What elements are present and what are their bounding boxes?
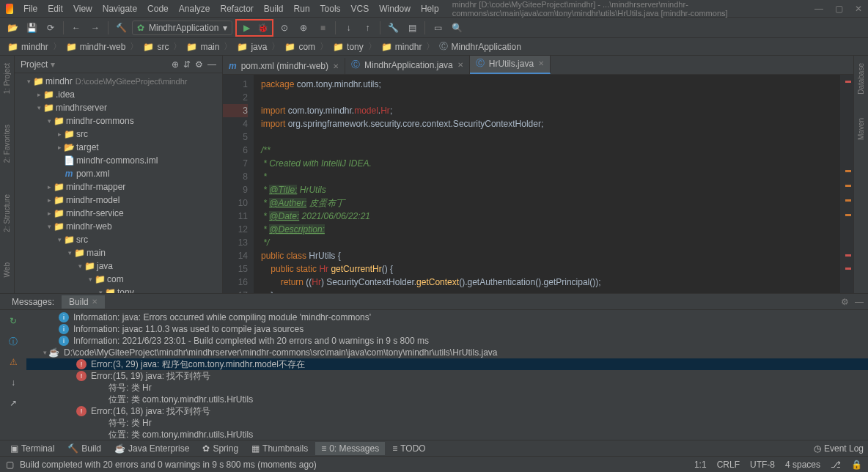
info-filter-icon[interactable]: ⓘ bbox=[5, 333, 21, 350]
breadcrumb-item[interactable]: 📁main bbox=[183, 40, 222, 54]
menu-code[interactable]: Code bbox=[143, 2, 173, 15]
bottom-tool-tab[interactable]: ▣Terminal bbox=[4, 442, 60, 455]
structure-icon[interactable]: ▤ bbox=[404, 20, 420, 36]
message-item[interactable]: !Error:(16, 18) java: 找不到符号 bbox=[26, 405, 868, 417]
warning-mark[interactable] bbox=[845, 199, 851, 202]
locate-icon[interactable]: ⊕ bbox=[172, 59, 179, 70]
tool-tab[interactable]: 2: Favorites bbox=[3, 120, 11, 167]
code-editor[interactable]: 12345678910111213141516171819 package co… bbox=[223, 75, 853, 293]
bottom-tool-tab[interactable]: 🔨Build bbox=[62, 442, 107, 455]
bottom-tool-tab[interactable]: ≡TODO bbox=[386, 442, 431, 455]
line-ending[interactable]: CRLF bbox=[717, 460, 740, 470]
tool-tab[interactable]: Maven bbox=[857, 114, 865, 144]
bottom-tool-tab[interactable]: ▦Thumbnails bbox=[246, 442, 314, 455]
message-item[interactable]: 位置: 类 com.tony.mindhr.utils.HrUtils bbox=[26, 429, 868, 440]
tree-node[interactable]: ▾📁mindhrD:\code\MyGiteeProject\mindhr bbox=[15, 75, 222, 88]
encoding[interactable]: UTF-8 bbox=[750, 460, 775, 470]
vcs-commit-icon[interactable]: ↑ bbox=[359, 20, 375, 36]
breadcrumb-item[interactable]: ⒸMindhrApplication bbox=[436, 39, 523, 54]
hide-icon[interactable]: — bbox=[855, 297, 864, 307]
tree-node[interactable]: ▸📁src bbox=[15, 128, 222, 141]
code-content[interactable]: package com.tony.mindhr.utils;import com… bbox=[254, 75, 840, 293]
close-tab-icon[interactable]: ✕ bbox=[333, 62, 339, 70]
bottom-tool-tab[interactable]: ☕Java Enterprise bbox=[108, 442, 195, 455]
breadcrumb-item[interactable]: 📁src bbox=[140, 40, 172, 54]
menu-vcs[interactable]: VCS bbox=[347, 2, 374, 15]
run-icon[interactable]: ▶ bbox=[238, 20, 254, 36]
breadcrumb-item[interactable]: 📁com bbox=[282, 40, 318, 54]
attach-icon[interactable]: ▭ bbox=[430, 20, 446, 36]
breadcrumb-item[interactable]: 📁mindhr-web bbox=[63, 40, 129, 54]
tree-node[interactable]: ▸📁.idea bbox=[15, 88, 222, 101]
build-icon[interactable]: 🔨 bbox=[113, 20, 129, 36]
autoscroll-icon[interactable]: ↓ bbox=[5, 375, 21, 391]
message-item[interactable]: 位置: 类 com.tony.mindhr.utils.HrUtils bbox=[26, 394, 868, 405]
debug-icon[interactable]: 🐞 bbox=[254, 20, 271, 36]
warning-filter-icon[interactable]: ⚠ bbox=[5, 354, 21, 370]
rerun-icon[interactable]: ↻ bbox=[5, 313, 21, 329]
messages-tab[interactable]: Messages: bbox=[4, 295, 62, 309]
menu-file[interactable]: File bbox=[19, 2, 42, 15]
settings-icon[interactable]: ⚙ bbox=[841, 297, 849, 307]
editor-tab[interactable]: ⒸMindhrApplication.java✕ bbox=[345, 56, 470, 74]
export-icon[interactable]: ↗ bbox=[5, 395, 21, 411]
menu-help[interactable]: Help bbox=[416, 2, 444, 15]
project-tree[interactable]: ▾📁mindhrD:\code\MyGiteeProject\mindhr▸📁.… bbox=[15, 73, 222, 293]
tree-node[interactable]: ▾📁mindhr-web bbox=[15, 220, 222, 233]
error-mark[interactable] bbox=[845, 268, 851, 270]
tree-node[interactable]: ▸📁mindhr-mapper bbox=[15, 180, 222, 193]
tree-node[interactable]: ▾📁src bbox=[15, 233, 222, 246]
error-mark[interactable] bbox=[845, 254, 851, 257]
breadcrumb-item[interactable]: 📁mindhr bbox=[378, 40, 425, 54]
message-item[interactable]: !Error:(15, 19) java: 找不到符号 bbox=[26, 370, 868, 382]
breadcrumb-item[interactable]: 📁java bbox=[234, 40, 270, 54]
refresh-icon[interactable]: ⟳ bbox=[43, 20, 59, 36]
error-stripe[interactable] bbox=[840, 75, 853, 293]
close-tab-icon[interactable]: ✕ bbox=[538, 59, 544, 67]
maximize-icon[interactable]: ▢ bbox=[835, 4, 843, 14]
tree-node[interactable]: 📄mindhr-commons.iml bbox=[15, 154, 222, 167]
open-icon[interactable]: 📂 bbox=[4, 20, 21, 36]
menu-window[interactable]: Window bbox=[375, 2, 415, 15]
tool-tab[interactable]: 1: Project bbox=[3, 59, 11, 98]
settings-icon[interactable]: 🔧 bbox=[385, 20, 401, 36]
bottom-tool-tab[interactable]: ≡0: Messages bbox=[315, 442, 385, 455]
message-item[interactable]: !Error:(3, 29) java: 程序包com.tony.mindhr.… bbox=[26, 358, 868, 370]
tree-node[interactable]: ▾📁tony bbox=[15, 286, 222, 293]
warning-mark[interactable] bbox=[845, 185, 851, 187]
editor-tab[interactable]: ⒸHrUtils.java✕ bbox=[470, 56, 551, 74]
caret-position[interactable]: 1:1 bbox=[694, 460, 707, 470]
back-icon[interactable]: ← bbox=[68, 20, 84, 36]
tree-node[interactable]: ▸📁mindhr-service bbox=[15, 207, 222, 220]
tool-tab[interactable]: Web bbox=[3, 258, 11, 281]
menu-edit[interactable]: Edit bbox=[43, 2, 67, 15]
settings-icon[interactable]: ⚙ bbox=[195, 59, 203, 70]
event-log-icon[interactable]: ◷ bbox=[814, 443, 821, 454]
close-tab-icon[interactable]: ✕ bbox=[457, 61, 463, 69]
breadcrumb-item[interactable]: 📁mindhr bbox=[4, 40, 51, 54]
coverage-icon[interactable]: ⊙ bbox=[276, 20, 293, 36]
tree-node[interactable]: ▾📁mindhrserver bbox=[15, 101, 222, 114]
editor-tab[interactable]: mpom.xml (mindhr-web)✕ bbox=[223, 58, 345, 74]
warning-mark[interactable] bbox=[845, 170, 851, 172]
tool-tab[interactable]: 2: Structure bbox=[3, 190, 11, 237]
profiler-icon[interactable]: ⊕ bbox=[295, 20, 312, 36]
tree-node[interactable]: ▸📂target bbox=[15, 141, 222, 154]
hide-icon[interactable]: — bbox=[207, 59, 216, 70]
message-item[interactable]: 符号: 类 Hr bbox=[26, 382, 868, 394]
tree-node[interactable]: ▾📁com bbox=[15, 273, 222, 286]
tree-node[interactable]: ▾📁java bbox=[15, 259, 222, 273]
tool-windows-icon[interactable]: ▢ bbox=[6, 460, 14, 470]
dropdown-icon[interactable]: ▾ bbox=[51, 59, 55, 70]
bottom-tool-tab[interactable]: ✿Spring bbox=[196, 442, 244, 455]
close-icon[interactable]: ✕ bbox=[855, 4, 862, 14]
collapse-icon[interactable]: ⇵ bbox=[183, 59, 191, 70]
error-mark[interactable] bbox=[845, 81, 851, 83]
message-item[interactable]: ▾☕D:\code\MyGiteeProject\mindhr\mindhrse… bbox=[26, 347, 868, 358]
menu-navigate[interactable]: Navigate bbox=[98, 2, 141, 15]
menu-refactor[interactable]: Refactor bbox=[216, 2, 258, 15]
vcs-update-icon[interactable]: ↓ bbox=[340, 20, 356, 36]
message-item[interactable]: iInformation: javac 11.0.3 was used to c… bbox=[26, 323, 868, 335]
menu-view[interactable]: View bbox=[69, 2, 97, 15]
lock-icon[interactable]: 🔒 bbox=[851, 460, 862, 470]
